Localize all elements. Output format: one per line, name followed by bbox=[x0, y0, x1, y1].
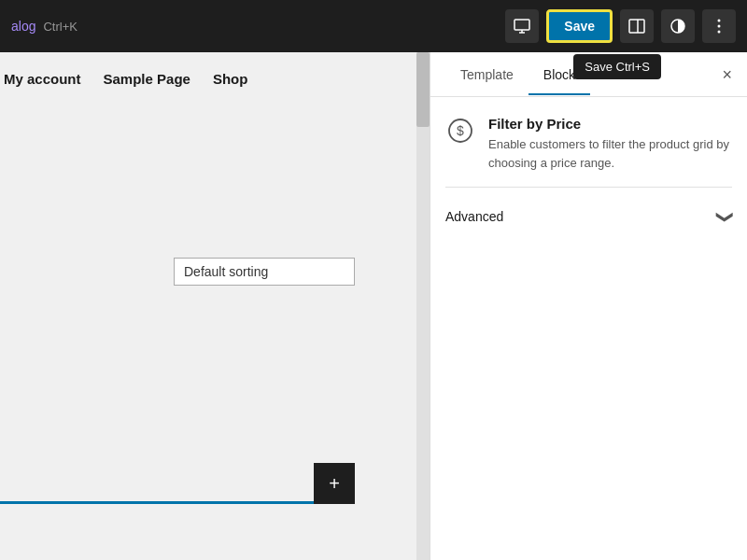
nav-item-shop[interactable]: Shop bbox=[213, 71, 248, 87]
save-button[interactable]: Save bbox=[546, 9, 613, 43]
search-text: alog bbox=[11, 19, 35, 34]
sorting-select[interactable]: Default sorting Sort by popularity Sort … bbox=[174, 258, 355, 286]
nav-bar: My account Sample Page Shop bbox=[0, 71, 416, 87]
nav-item-my-account[interactable]: My account bbox=[4, 71, 81, 87]
more-icon bbox=[717, 19, 721, 34]
monitor-icon bbox=[514, 19, 530, 34]
chevron-down-icon: ❯ bbox=[715, 210, 736, 224]
svg-rect-0 bbox=[514, 20, 529, 30]
block-search-input[interactable] bbox=[0, 463, 314, 504]
block-title: Filter by Price bbox=[488, 116, 732, 132]
block-text: Filter by Price Enable customers to filt… bbox=[488, 116, 732, 172]
close-icon: × bbox=[722, 65, 732, 84]
advanced-section[interactable]: Advanced ❯ bbox=[445, 203, 732, 231]
blue-line-container: + bbox=[0, 463, 355, 504]
contrast-icon bbox=[670, 19, 685, 34]
svg-point-7 bbox=[718, 25, 721, 28]
save-tooltip: Save Ctrl+S bbox=[573, 54, 661, 79]
block-description: Enable customers to filter the product g… bbox=[488, 135, 732, 172]
plus-icon: + bbox=[329, 473, 340, 495]
toolbar: alog Ctrl+K Save bbox=[0, 0, 747, 52]
monitor-button[interactable] bbox=[505, 9, 539, 43]
contrast-button[interactable] bbox=[661, 9, 695, 43]
toolbar-left: alog Ctrl+K bbox=[11, 19, 78, 34]
search-area: alog Ctrl+K bbox=[11, 19, 78, 34]
scroll-thumb[interactable] bbox=[416, 52, 430, 127]
sorting-container: Default sorting Sort by popularity Sort … bbox=[174, 258, 355, 286]
sidebar-content: $ Filter by Price Enable customers to fi… bbox=[430, 97, 747, 560]
svg-point-8 bbox=[718, 31, 721, 34]
nav-item-sample-page[interactable]: Sample Page bbox=[104, 71, 190, 87]
sidebar-tabs: Template Block bbox=[445, 55, 590, 94]
filter-price-icon: $ bbox=[445, 116, 475, 146]
dollar-circle-icon: $ bbox=[447, 118, 473, 144]
svg-text:$: $ bbox=[457, 123, 464, 138]
scroll-track[interactable] bbox=[416, 52, 430, 560]
advanced-label: Advanced bbox=[445, 209, 503, 224]
toolbar-right: Save Save Ctrl+S bbox=[505, 9, 736, 43]
divider bbox=[445, 187, 732, 188]
close-sidebar-button[interactable]: × bbox=[722, 66, 732, 83]
more-button[interactable] bbox=[702, 9, 736, 43]
sidebar: Template Block × $ Filter by Price Enabl… bbox=[430, 52, 747, 560]
main-canvas: My account Sample Page Shop Default sort… bbox=[0, 52, 430, 560]
svg-rect-3 bbox=[629, 20, 644, 33]
tooltip-text: Save Ctrl+S bbox=[585, 60, 650, 74]
search-shortcut: Ctrl+K bbox=[43, 20, 77, 34]
svg-point-6 bbox=[718, 20, 721, 22]
panel-icon bbox=[628, 19, 645, 34]
tab-template[interactable]: Template bbox=[445, 56, 529, 95]
block-item-filter-price: $ Filter by Price Enable customers to fi… bbox=[445, 116, 732, 172]
add-block-button[interactable]: + bbox=[314, 463, 355, 504]
panel-button[interactable] bbox=[620, 9, 654, 43]
